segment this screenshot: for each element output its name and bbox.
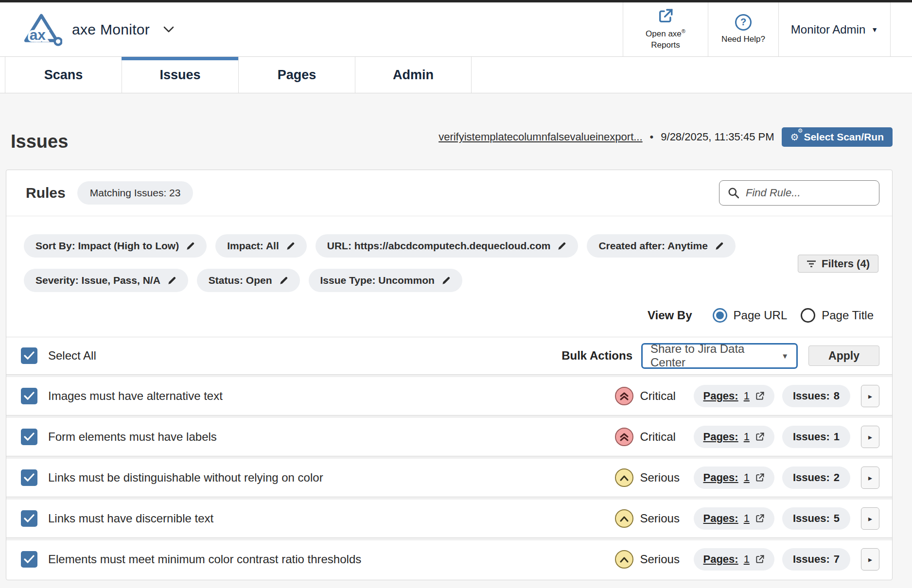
chip-status[interactable]: Status: Open [197,269,300,292]
rule-row-meta: Critical Pages: 1 Issues:8 ▸ [615,385,879,407]
pages-link-pill[interactable]: Pages: 1 [694,385,774,407]
filters-button[interactable]: Filters (4) [798,255,878,273]
app-header: ax axe Monitor Open axe®Reports ? Need H… [0,2,912,57]
filter-chips-row-2: Severity: Issue, Pass, N/A Status: Open … [6,269,892,292]
rule-title: Links must be distinguishable without re… [48,471,323,484]
rule-checkbox[interactable] [21,551,37,568]
bulk-actions-label: Bulk Actions [561,349,632,363]
rule-checkbox[interactable] [21,469,37,486]
external-link-icon [755,554,765,564]
chip-sort-by[interactable]: Sort By: Impact (High to Low) [24,234,207,258]
scan-name-link[interactable]: verifyistemplatecolumnfalsevalueinexport… [438,131,642,143]
chevron-right-icon: ▸ [868,392,872,401]
expand-row-button[interactable]: ▸ [861,507,879,530]
severity: Critical [615,428,694,446]
user-menu[interactable]: Monitor Admin ▼ [778,2,890,56]
open-axe-reports-button[interactable]: Open axe®Reports [623,2,708,56]
chip-url[interactable]: URL: https://abcdcomputech.dequecloud.co… [316,234,579,258]
pencil-icon [441,276,451,285]
app-title: axe Monitor [72,21,150,38]
question-circle-icon: ? [735,14,752,31]
select-scan-run-button[interactable]: ⚙⚙ Select Scan/Run [782,127,893,147]
radio-page-title[interactable]: Page Title [801,308,874,323]
tab-admin[interactable]: Admin [355,57,472,93]
tab-scans[interactable]: Scans [5,57,122,93]
pencil-icon [715,242,724,251]
rule-row-form-labels: Form elements must have labels Critical … [6,418,892,456]
tab-pages[interactable]: Pages [238,57,355,93]
chip-severity[interactable]: Severity: Issue, Pass, N/A [24,269,188,292]
rule-checkbox[interactable] [21,388,37,404]
external-link-icon [755,473,765,483]
rule-row-meta: Serious Pages: 1 Issues:2 ▸ [615,467,879,489]
rule-row-meta: Serious Pages: 1 Issues:7 ▸ [615,548,879,571]
main-nav-tabs: Scans Issues Pages Admin [0,57,912,93]
rule-title: Form elements must have labels [48,430,217,444]
external-link-icon [755,391,765,401]
rule-title: Links must have discernible text [48,512,213,525]
bulk-actions-select[interactable]: Share to Jira Data Center ▼ [641,343,798,369]
rule-row-meta: Serious Pages: 1 Issues:5 ▸ [615,507,879,530]
pencil-icon [557,242,566,251]
chevron-right-icon: ▸ [868,555,872,564]
severity-label: Critical [640,430,676,444]
gears-icon: ⚙⚙ [790,131,799,143]
radio-page-url[interactable]: Page URL [713,308,788,323]
expand-row-button[interactable]: ▸ [861,426,879,448]
radio-selected-icon [713,308,727,323]
select-all-label: Select All [48,349,96,363]
search-input[interactable] [746,187,871,199]
pages-link-pill[interactable]: Pages: 1 [694,426,774,448]
bulk-actions-controls: Bulk Actions Share to Jira Data Center ▼… [561,343,879,369]
page-title: Issues [11,131,68,152]
chevron-down-icon[interactable] [163,26,174,33]
chip-issue-type[interactable]: Issue Type: Uncommon [309,269,462,292]
pages-link-pill[interactable]: Pages: 1 [694,507,774,530]
serious-severity-icon [615,550,633,569]
scan-timestamp: 9/28/2025, 11:35:45 PM [661,131,774,143]
scan-meta-row: verifyistemplatecolumnfalsevalueinexport… [438,127,893,147]
rules-panel-header: Rules Matching Issues: 23 [6,170,892,216]
rule-checkbox[interactable] [21,429,37,445]
select-all-checkbox[interactable] [21,347,37,364]
rule-title: Images must have alternative text [48,389,223,403]
need-help-button[interactable]: ? Need Help? [708,2,778,56]
issues-count-badge: Issues:5 [782,507,850,530]
rule-checkbox[interactable] [21,510,37,527]
rules-heading: Rules [26,185,66,201]
chevron-right-icon: ▸ [868,432,872,442]
expand-row-button[interactable]: ▸ [861,467,879,489]
expand-row-button[interactable]: ▸ [861,385,879,407]
pencil-icon [279,276,288,285]
bullet-separator: • [650,131,654,143]
brand[interactable]: ax axe Monitor [0,2,623,56]
issues-count-badge: Issues:2 [782,467,850,489]
axe-logo-icon: ax [20,11,62,48]
find-rule-search[interactable] [719,180,879,206]
chevron-right-icon: ▸ [868,514,872,523]
radio-unselected-icon [801,308,815,323]
pencil-icon [167,276,176,285]
severity: Critical [615,387,694,405]
severity-label: Critical [640,389,676,403]
pencil-icon [186,242,195,251]
caret-down-icon: ▼ [871,26,878,34]
severity-label: Serious [640,553,680,566]
pages-link-pill[interactable]: Pages: 1 [694,467,774,489]
severity: Serious [615,550,694,569]
critical-severity-icon [615,387,633,405]
view-by-row: View By Page URL Page Title [6,306,892,325]
apply-button[interactable]: Apply [808,346,879,366]
filter-icon [807,260,816,268]
expand-row-button[interactable]: ▸ [861,548,879,571]
view-by-label: View By [648,309,692,322]
serious-severity-icon [615,468,633,487]
tab-issues[interactable]: Issues [122,57,238,93]
filter-chips-row-1: Sort By: Impact (High to Low) Impact: Al… [6,234,892,258]
pages-link-pill[interactable]: Pages: 1 [694,548,774,571]
severity: Serious [615,509,694,528]
bulk-actions-row: Select All Bulk Actions Share to Jira Da… [6,337,892,374]
need-help-label: Need Help? [721,34,765,45]
chip-created-after[interactable]: Created after: Anytime [587,234,735,258]
chip-impact[interactable]: Impact: All [215,234,307,258]
